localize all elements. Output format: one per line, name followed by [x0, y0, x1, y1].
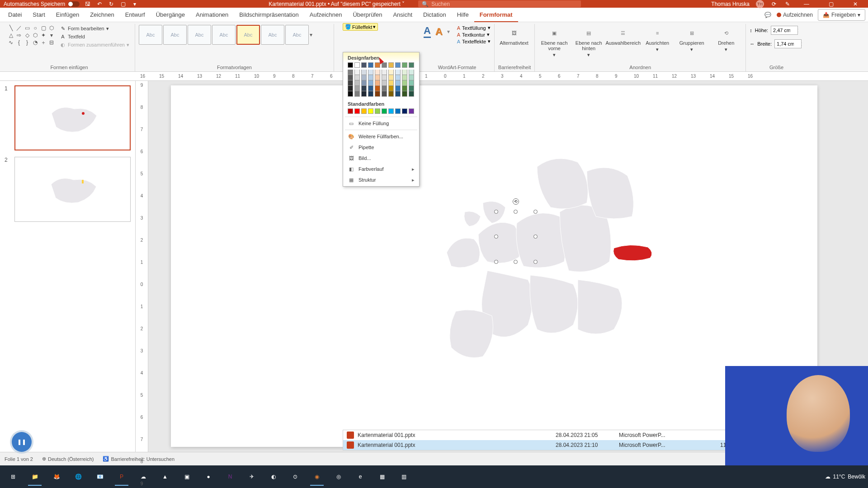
- color-swatch[interactable]: [368, 62, 373, 68]
- color-swatch[interactable]: [388, 70, 394, 75]
- color-swatch[interactable]: [382, 80, 387, 86]
- color-swatch[interactable]: [382, 70, 387, 75]
- taskbar-explorer[interactable]: 📁: [24, 468, 45, 486]
- color-swatch[interactable]: [368, 108, 373, 114]
- style-2[interactable]: Abc: [163, 25, 187, 45]
- thumbnail-2[interactable]: [14, 157, 131, 222]
- shape-line2-icon[interactable]: ／: [15, 25, 23, 31]
- bring-forward-button[interactable]: ▣Ebene nach vorne▾: [538, 25, 570, 60]
- color-swatch[interactable]: [395, 91, 401, 97]
- rotate-handle[interactable]: ⟲: [513, 198, 519, 205]
- resize-handle[interactable]: [533, 210, 538, 214]
- color-swatch[interactable]: [354, 70, 360, 75]
- style-1[interactable]: Abc: [139, 25, 162, 45]
- autosave-toggle[interactable]: Automatisches Speichern: [4, 1, 80, 7]
- tab-bildschirm[interactable]: Bildschirmpräsentation: [234, 8, 304, 22]
- color-swatch[interactable]: [361, 108, 367, 114]
- color-swatch[interactable]: [395, 75, 401, 80]
- tab-einfuegen[interactable]: Einfügen: [51, 8, 85, 22]
- resize-handle[interactable]: [494, 210, 498, 214]
- color-swatch[interactable]: [368, 91, 373, 97]
- color-swatch[interactable]: [382, 62, 387, 68]
- color-swatch[interactable]: [375, 70, 380, 75]
- share-button[interactable]: 📤Freigeben▾: [818, 9, 865, 21]
- start-button[interactable]: ⊞: [3, 468, 24, 486]
- shape-tri-icon[interactable]: △: [7, 32, 14, 38]
- color-swatch[interactable]: [361, 80, 367, 86]
- textbox-button[interactable]: ATextfeld: [58, 33, 131, 40]
- taskbar-app8[interactable]: ▥: [393, 468, 414, 486]
- style-gallery[interactable]: Abc Abc Abc Abc Abc Abc Abc ▾: [139, 25, 317, 45]
- color-swatch[interactable]: [361, 62, 367, 68]
- pause-recording-button[interactable]: ❚❚: [12, 432, 32, 452]
- color-swatch[interactable]: [361, 70, 367, 75]
- tab-dictation[interactable]: Dictation: [418, 8, 452, 22]
- color-swatch[interactable]: [409, 62, 414, 68]
- slide-count[interactable]: Folie 1 von 2: [5, 456, 33, 462]
- tab-start[interactable]: Start: [27, 8, 50, 22]
- shape-fill-button[interactable]: 🪣 Fülleffekt ▾: [343, 23, 378, 31]
- color-swatch[interactable]: [402, 62, 407, 68]
- color-swatch[interactable]: [348, 80, 353, 86]
- taskbar-telegram[interactable]: ✈: [241, 468, 262, 486]
- save-icon[interactable]: 🖫: [84, 0, 91, 8]
- color-swatch[interactable]: [375, 86, 380, 91]
- tab-formformat[interactable]: Formformat: [474, 8, 518, 22]
- shapes-gallery[interactable]: ╲ ／ ▭ ○ ▢ ⬡ △ ⇨ ◇ ⬡ ✦ ▾ ∿ { } ◔ ＋ ⊟: [7, 25, 55, 46]
- shape-brace2-icon[interactable]: }: [24, 39, 31, 46]
- eyedropper-item[interactable]: ✐Pipette: [343, 142, 419, 153]
- tab-hilfe[interactable]: Hilfe: [452, 8, 474, 22]
- color-swatch[interactable]: [409, 80, 414, 86]
- present-icon[interactable]: ▢: [119, 0, 127, 8]
- close-button[interactable]: ✕: [846, 1, 864, 7]
- color-swatch[interactable]: [409, 91, 414, 97]
- color-swatch[interactable]: [382, 91, 387, 97]
- height-input[interactable]: [771, 26, 798, 35]
- no-fill-item[interactable]: ▭Keine Füllung: [343, 118, 419, 129]
- taskbar-powerpoint[interactable]: P: [111, 468, 132, 486]
- color-swatch[interactable]: [375, 75, 380, 80]
- rotate-button[interactable]: ⟲Drehen▾: [710, 25, 742, 54]
- resize-handle[interactable]: [514, 210, 518, 214]
- taskbar-onenote[interactable]: N: [220, 468, 241, 486]
- tab-uebergaenge[interactable]: Übergänge: [151, 8, 190, 22]
- color-swatch[interactable]: [348, 62, 353, 68]
- maximize-button[interactable]: ▢: [822, 1, 840, 7]
- gradient-item[interactable]: ◧Farbverlauf▸: [343, 164, 419, 174]
- file-row[interactable]: Kartenmaterial 001.pptx28.04.2023 21:10M…: [343, 440, 749, 450]
- height-field[interactable]: ↕Höhe:▴▾: [750, 25, 800, 36]
- comments-icon[interactable]: 💬: [764, 11, 772, 19]
- color-swatch[interactable]: [375, 91, 380, 97]
- color-swatch[interactable]: [368, 86, 373, 91]
- taskbar-app4[interactable]: ◐: [263, 468, 284, 486]
- color-swatch[interactable]: [368, 70, 373, 75]
- color-swatch[interactable]: [409, 75, 414, 80]
- color-swatch[interactable]: [361, 91, 367, 97]
- resize-handle[interactable]: [494, 260, 498, 264]
- group-button[interactable]: ⊞Gruppieren▾: [676, 25, 708, 54]
- record-button[interactable]: Aufzeichnen: [772, 9, 818, 21]
- shape-brace1-icon[interactable]: {: [15, 39, 23, 46]
- color-swatch[interactable]: [402, 70, 407, 75]
- austria-shape[interactable]: [613, 245, 652, 260]
- language-button[interactable]: ⊕Deutsch (Österreich): [42, 456, 94, 462]
- shape-oval-icon[interactable]: ○: [32, 25, 39, 31]
- redo-icon[interactable]: ↻: [108, 0, 115, 8]
- color-swatch[interactable]: [361, 75, 367, 80]
- width-field[interactable]: ↔Breite:▴▾: [750, 38, 803, 49]
- sync-icon[interactable]: ⟳: [770, 0, 778, 8]
- color-swatch[interactable]: [354, 86, 360, 91]
- taskbar-app5[interactable]: ⊙: [285, 468, 306, 486]
- resize-handle[interactable]: [514, 260, 518, 264]
- color-swatch[interactable]: [388, 91, 394, 97]
- shape-roundrect-icon[interactable]: ▢: [40, 25, 47, 31]
- shape-arrow-icon[interactable]: ⬡: [48, 25, 55, 31]
- color-swatch[interactable]: [388, 108, 394, 114]
- color-swatch[interactable]: [409, 86, 414, 91]
- undo-icon[interactable]: ↶: [96, 0, 103, 8]
- color-swatch[interactable]: [402, 91, 407, 97]
- color-swatch[interactable]: [409, 70, 414, 75]
- filename[interactable]: Kartenmaterial 001.pptx • Auf "diesem PC…: [269, 1, 405, 7]
- color-swatch[interactable]: [354, 91, 360, 97]
- edit-shape-button[interactable]: ✎Form bearbeiten▾: [58, 25, 131, 32]
